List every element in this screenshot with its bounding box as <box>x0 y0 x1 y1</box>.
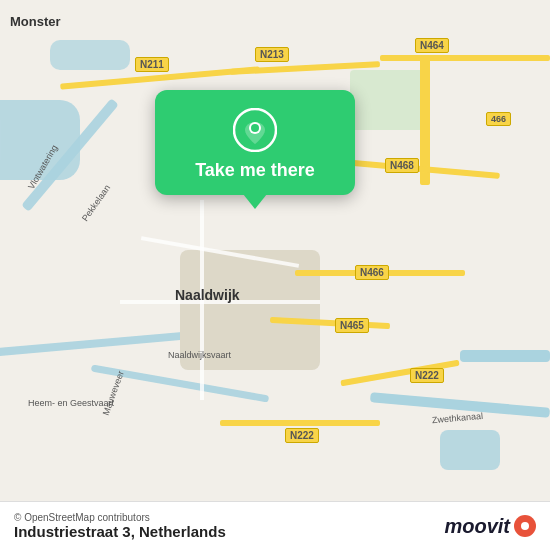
moovit-dot-icon <box>514 515 536 537</box>
label-n222b: N222 <box>285 428 319 443</box>
label-n466b: N466 <box>355 265 389 280</box>
svg-point-2 <box>251 124 259 132</box>
water-right1 <box>460 350 550 362</box>
label-n465: N465 <box>335 318 369 333</box>
label-naaldwijksvaart: Naaldwijksvaart <box>168 350 231 360</box>
map-container: N211 N213 N464 466 N468 N466 N465 N222 N… <box>0 0 550 550</box>
location-popup[interactable]: Take me there <box>155 90 355 195</box>
label-n468: N468 <box>385 158 419 173</box>
moovit-logo: moovit <box>444 515 536 538</box>
label-n211: N211 <box>135 57 169 72</box>
water-north <box>50 40 130 70</box>
label-n464: N464 <box>415 38 449 53</box>
green-north <box>350 70 430 130</box>
water-lake <box>440 430 500 470</box>
label-n466: 466 <box>486 112 511 126</box>
label-n213: N213 <box>255 47 289 62</box>
bottom-bar: © OpenStreetMap contributors Industriest… <box>0 501 550 550</box>
popup-button[interactable]: Take me there <box>195 160 315 181</box>
location-pin-icon <box>233 108 277 152</box>
label-monster: Monster <box>10 14 61 29</box>
address-label: Industriestraat 3, Netherlands <box>14 523 226 540</box>
moovit-dot-inner <box>521 522 529 530</box>
label-n222a: N222 <box>410 368 444 383</box>
moovit-brand-text: moovit <box>444 515 510 538</box>
road-n464 <box>380 55 550 61</box>
road-n222b <box>220 420 380 426</box>
bottom-left-info: © OpenStreetMap contributors Industriest… <box>14 512 226 540</box>
osm-attribution: © OpenStreetMap contributors <box>14 512 226 523</box>
label-naaldwijk: Naaldwijk <box>175 287 240 303</box>
label-heem-geest: Heem- en Geestvaart <box>28 398 114 408</box>
